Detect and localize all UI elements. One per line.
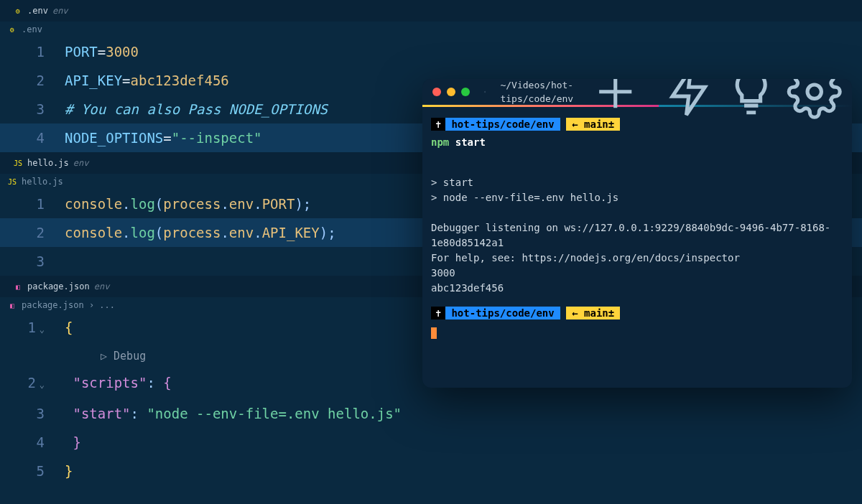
terminal-output-line: abc123def456 [431, 281, 843, 296]
prompt-icon: ✝ [431, 118, 445, 131]
tab-env-dir: env [52, 6, 68, 16]
tabbar-env: ⚙ .env env [0, 0, 862, 22]
tab-hello-dir: env [73, 158, 89, 168]
terminal-output-line: > node --env-file=.env hello.js [431, 190, 843, 205]
line-number: 4 [0, 123, 65, 152]
code-line[interactable]: 3 "start": "node --env-file=.env hello.j… [0, 399, 862, 428]
line-number: 2⌄ [0, 368, 65, 399]
prompt-icon: ✝ [431, 307, 445, 319]
tab-hello-name: hello.js [27, 158, 69, 168]
json-file-icon: ◧ [13, 281, 23, 291]
tab-env[interactable]: ⚙ .env env [6, 0, 75, 22]
tab-env-name: .env [27, 6, 48, 16]
json-file-icon: ◧ [7, 300, 17, 310]
env-file-icon: ⚙ [7, 24, 17, 34]
line-number: 3 [0, 399, 65, 428]
terminal-output-line: > start [431, 175, 843, 190]
terminal-cursor-line[interactable] [431, 325, 843, 340]
tab-hello[interactable]: JS hello.js env [6, 152, 96, 174]
lightbulb-icon[interactable] [723, 79, 779, 120]
prompt-line-2: ✝hot-tips/code/env ← main± [431, 306, 843, 321]
fold-chevron-icon[interactable]: ⌄ [36, 370, 45, 399]
terminal-window: ~/Videos/hot-tips/code/env ✝hot-tips/cod… [422, 79, 852, 388]
js-file-icon: JS [13, 158, 23, 168]
split-pane-icon[interactable] [484, 85, 486, 98]
breadcrumb-hello-text: hello.js [22, 177, 63, 187]
cmd-arg: start [455, 136, 486, 148]
terminal-output-line [431, 160, 843, 175]
env-file-icon: ⚙ [13, 6, 23, 16]
terminal-path: ~/Videos/hot-tips/code/env [500, 79, 573, 106]
command-line: npm start [431, 135, 843, 150]
line-number: 2 [0, 66, 65, 95]
maximize-window-icon[interactable] [461, 88, 470, 96]
prompt-branch: ← main± [566, 118, 620, 131]
close-window-icon[interactable] [432, 88, 441, 96]
fold-chevron-icon[interactable]: ⌄ [36, 315, 45, 344]
minimize-window-icon[interactable] [447, 88, 455, 96]
line-number: 4 [0, 428, 65, 457]
svg-point-4 [807, 85, 821, 98]
terminal-body[interactable]: ✝hot-tips/code/env ← main± npm start > s… [422, 107, 852, 350]
line-number: 1⌄ [0, 313, 65, 344]
new-tab-icon[interactable] [588, 79, 643, 120]
gear-icon[interactable] [787, 79, 842, 120]
terminal-output: > start> node --env-file=.env hello.js D… [431, 160, 843, 296]
line-number: 1 [0, 37, 65, 66]
js-file-icon: JS [7, 177, 17, 187]
prompt-cwd: hot-tips/code/env [445, 307, 560, 319]
traffic-lights[interactable] [432, 88, 470, 96]
terminal-output-line: Debugger listening on ws://127.0.0.1:922… [431, 220, 843, 251]
terminal-output-line: For help, see: https://nodejs.org/en/doc… [431, 251, 843, 266]
breadcrumb-package-text: package.json › ... [22, 300, 115, 310]
cmd-bin: npm [431, 136, 449, 148]
bolt-icon[interactable] [661, 79, 716, 120]
tab-package[interactable]: ◧ package.json env [6, 276, 116, 297]
prompt-branch: ← main± [566, 307, 620, 319]
code-line[interactable]: 5} [0, 457, 862, 485]
terminal-titlebar[interactable]: ~/Videos/hot-tips/code/env [422, 79, 852, 105]
code-line[interactable]: 1PORT=3000 [0, 37, 862, 66]
code-line[interactable]: 4 } [0, 428, 862, 457]
cursor-icon [431, 327, 437, 339]
tab-package-dir: env [94, 281, 110, 291]
line-number: 2 [0, 218, 65, 247]
line-number: 3 [0, 95, 65, 123]
terminal-output-line: 3000 [431, 266, 843, 281]
breadcrumb-env-text: .env [22, 24, 42, 34]
tab-package-name: package.json [27, 281, 90, 291]
prompt-cwd: hot-tips/code/env [445, 118, 560, 131]
terminal-output-line [431, 205, 843, 220]
line-number: 5 [0, 457, 65, 485]
breadcrumb-env[interactable]: ⚙ .env [0, 22, 862, 37]
line-number: 1 [0, 190, 65, 218]
line-number: 3 [0, 247, 65, 276]
